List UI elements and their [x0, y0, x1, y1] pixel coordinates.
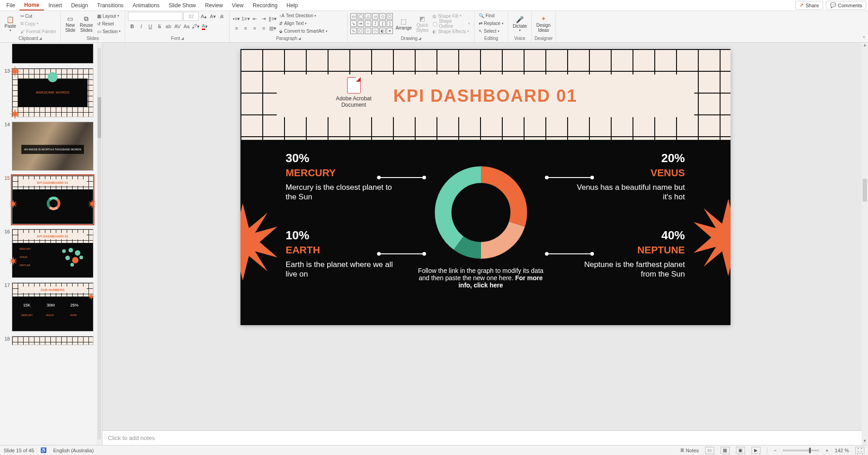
shapes-gallery[interactable]: ▭◯△▱◇⬠ ↘➔↔⤴{} ∿⬡☆⬭◐▾ — [350, 13, 393, 34]
font-family-select[interactable] — [128, 12, 182, 21]
drawing-dialog-launcher[interactable]: ◢ — [418, 36, 421, 40]
slide-thumb-14[interactable]: AN IMAGE IS WORTH A THOUSAND WORDS — [12, 122, 93, 171]
current-slide[interactable]: KPI DASHBOARD 01 Adobe Acrobat Document … — [240, 49, 731, 325]
char-spacing-button[interactable]: AV — [173, 22, 181, 30]
slide-thumb-13[interactable]: AWESOME WORDS — [12, 68, 93, 117]
justify-button[interactable]: ≡ — [260, 24, 268, 32]
reading-view-button[interactable]: ▣ — [736, 447, 745, 454]
design-ideas-button[interactable]: ✦Design Ideas — [535, 12, 552, 35]
connector-venus[interactable] — [547, 177, 592, 178]
slide-thumb-17[interactable]: OUR NUMBERS 15K 30M 25% MERCURY VENUS MA… — [12, 282, 93, 331]
align-right-button[interactable]: ≡ — [250, 24, 259, 32]
align-left-button[interactable]: ≡ — [232, 24, 240, 32]
arrange-button[interactable]: ⬚Arrange — [394, 12, 413, 35]
slide-title[interactable]: KPI DASHBOARD 01 — [393, 86, 578, 106]
donut-chart[interactable] — [431, 163, 531, 262]
format-painter-button[interactable]: 🖌Format Painter — [19, 28, 58, 35]
paragraph-dialog-launcher[interactable]: ◢ — [298, 36, 301, 40]
slideshow-view-button[interactable]: ▶ — [751, 447, 760, 454]
text-direction-button[interactable]: ↕AText Direction▾ — [278, 12, 329, 20]
decrease-indent-button[interactable]: ⇤ — [250, 15, 259, 23]
slide-thumb-16[interactable]: KPI DASHBOARD 02 MERCURY VENUS NEPTUNE — [12, 229, 93, 278]
layout-button[interactable]: ▦Layout▾ — [96, 12, 122, 20]
reset-button[interactable]: ↺Reset — [96, 20, 122, 27]
kpi-mercury[interactable]: 30% MERCURY Mercury is the closest plane… — [286, 151, 404, 202]
tab-file[interactable]: File — [2, 1, 20, 10]
status-slide-counter[interactable]: Slide 15 of 45 — [4, 448, 34, 453]
columns-button[interactable]: ▥▾ — [269, 24, 277, 32]
strikethrough-button[interactable]: S̶ — [155, 22, 163, 30]
zoom-in-button[interactable]: + — [825, 448, 828, 453]
fit-to-window-button[interactable]: ⛶ — [855, 447, 864, 454]
connector-mercury[interactable] — [379, 177, 424, 178]
bold-button[interactable]: B — [128, 22, 136, 30]
reuse-slides-button[interactable]: ⧉Reuse Slides — [78, 12, 95, 35]
copy-button[interactable]: ⧉Copy▾ — [19, 20, 58, 27]
burst-shape-right[interactable] — [690, 199, 731, 276]
new-slide-button[interactable]: ▭New Slide — [64, 12, 77, 35]
tab-animations[interactable]: Animations — [128, 1, 164, 10]
embedded-pdf-object[interactable]: Adobe Acrobat Document — [329, 77, 379, 108]
select-button[interactable]: ↖Select▾ — [477, 28, 505, 35]
tab-transitions[interactable]: Transitions — [93, 1, 128, 10]
tab-help[interactable]: Help — [282, 1, 303, 10]
tab-review[interactable]: Review — [201, 1, 227, 10]
decrease-font-button[interactable]: A▾ — [209, 12, 217, 20]
connector-earth[interactable] — [379, 253, 424, 254]
align-text-button[interactable]: ⇵Align Text▾ — [278, 20, 329, 27]
line-spacing-button[interactable]: ‖≡▾ — [269, 15, 277, 23]
slide-thumb-12[interactable] — [12, 44, 93, 64]
convert-smartart-button[interactable]: ⬙Convert to SmartArt▾ — [278, 28, 329, 35]
zoom-level[interactable]: 142 % — [835, 448, 849, 453]
bullets-button[interactable]: •≡▾ — [232, 15, 240, 23]
scroll-up-button[interactable]: ▲ — [862, 43, 868, 49]
paste-button[interactable]: 📋Paste▾ — [3, 12, 18, 35]
share-button[interactable]: ↗Share — [795, 1, 823, 10]
dictate-button[interactable]: 🎤Dictate▾ — [511, 12, 529, 35]
cut-button[interactable]: ✂Cut — [19, 12, 58, 20]
thumbs-scrollbar[interactable] — [97, 43, 102, 445]
font-color-button[interactable]: A▾ — [201, 22, 209, 30]
shape-effects-button[interactable]: ◐Shape Effects▾ — [431, 28, 471, 35]
change-case-button[interactable]: Aa — [182, 22, 191, 30]
slide-thumb-18[interactable] — [12, 336, 93, 345]
italic-button[interactable]: I — [137, 22, 145, 30]
scroll-down-button[interactable]: ▼ — [862, 439, 868, 445]
kpi-venus[interactable]: 20% VENUS Venus has a beautiful name but… — [567, 151, 685, 202]
clipboard-dialog-launcher[interactable]: ◢ — [39, 36, 42, 40]
section-button[interactable]: ▭Section▾ — [96, 28, 122, 35]
status-language[interactable]: English (Australia) — [53, 448, 93, 453]
notes-pane[interactable]: Click to add notes — [103, 430, 868, 445]
highlight-button[interactable]: 🖍▾ — [191, 22, 200, 30]
zoom-slider[interactable] — [783, 450, 819, 451]
font-size-select[interactable] — [183, 12, 199, 21]
sorter-view-button[interactable]: ▦ — [721, 447, 730, 454]
slide-canvas-area[interactable]: KPI DASHBOARD 01 Adobe Acrobat Document … — [103, 43, 868, 430]
tab-insert[interactable]: Insert — [44, 1, 67, 10]
find-button[interactable]: 🔍Find — [477, 12, 505, 20]
numbering-button[interactable]: 1≡▾ — [241, 15, 250, 23]
notes-toggle[interactable]: ≣Notes — [680, 447, 699, 453]
zoom-out-button[interactable]: − — [774, 448, 776, 453]
underline-button[interactable]: U — [146, 22, 154, 30]
clear-formatting-button[interactable]: A̷ — [218, 12, 226, 20]
align-center-button[interactable]: ≡ — [241, 24, 250, 32]
quick-styles-button[interactable]: ◩Quick Styles — [414, 12, 430, 35]
tab-view[interactable]: View — [227, 1, 248, 10]
increase-indent-button[interactable]: ⇥ — [260, 15, 268, 23]
replace-button[interactable]: ⇄Replace▾ — [477, 20, 505, 27]
shape-outline-button[interactable]: ◯Shape Outline▾ — [431, 20, 471, 27]
tab-recording[interactable]: Recording — [248, 1, 282, 10]
editor-scrollbar[interactable]: ▲ ▼ — [862, 43, 868, 445]
burst-shape-left[interactable] — [240, 203, 281, 281]
increase-font-button[interactable]: A▴ — [200, 12, 208, 20]
connector-neptune[interactable] — [547, 253, 592, 254]
shadow-button[interactable]: ab — [164, 22, 172, 30]
accessibility-icon[interactable]: ♿ — [40, 447, 47, 453]
chart-caption[interactable]: Follow the link in the graph to modify i… — [417, 267, 544, 289]
font-dialog-launcher[interactable]: ◢ — [181, 36, 184, 40]
comments-button[interactable]: 💬Comments — [826, 1, 866, 10]
collapse-ribbon-button[interactable]: ˄ — [860, 11, 868, 42]
tab-slideshow[interactable]: Slide Show — [164, 1, 201, 10]
tab-design[interactable]: Design — [67, 1, 93, 10]
